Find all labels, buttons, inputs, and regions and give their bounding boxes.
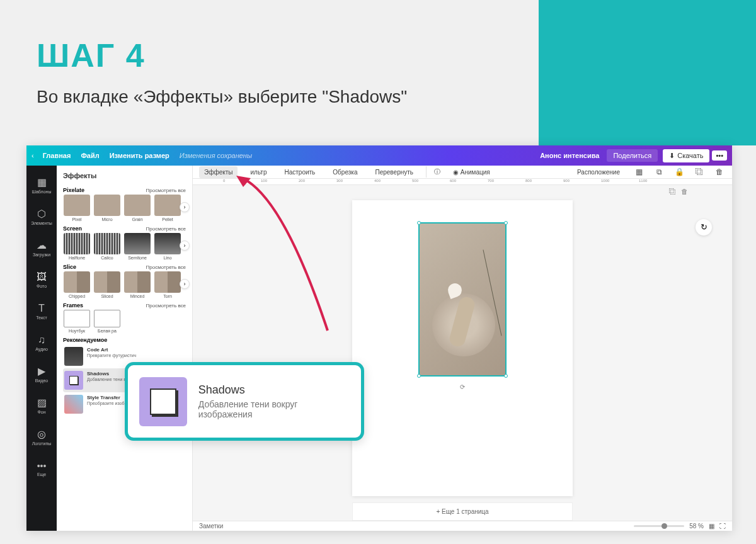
canvas-content[interactable]: ⿻ 🗑 ↻: [193, 185, 732, 521]
nav-audio[interactable]: ♫Аудио: [26, 327, 57, 358]
step-title: ШАГ 4: [37, 37, 146, 74]
notes-button[interactable]: Заметки: [199, 523, 629, 530]
flip-tab[interactable]: Перевернуть: [370, 166, 419, 178]
section-screen: ScreenПросмотреть все Halftone Calico Se…: [63, 224, 186, 260]
transparency-icon[interactable]: ▦: [633, 166, 645, 178]
ruler-horizontal: 010020030040050060070080090010001100: [193, 179, 732, 185]
nav-templates[interactable]: ▦Шаблоны: [26, 169, 57, 201]
nav-video[interactable]: ▶Видео: [26, 358, 57, 390]
zoom-slider[interactable]: [634, 525, 684, 527]
effect-pixel[interactable]: Pixel: [63, 195, 91, 222]
callout-title: Shadows: [198, 383, 350, 397]
nav-photo[interactable]: 🖼Фото: [26, 264, 57, 295]
panel-title: Эффекты: [63, 166, 186, 186]
more-icon: •••: [37, 461, 47, 471]
nav-background[interactable]: ▨Фон: [26, 390, 57, 421]
rotate-handle[interactable]: ⟳: [460, 383, 465, 390]
more-button[interactable]: •••: [712, 150, 727, 161]
step-subtitle: Во вкладке «Эффекты» выберите "Shadows": [37, 87, 407, 107]
templates-icon: ▦: [37, 176, 47, 188]
effect-semitone[interactable]: Semitone: [123, 233, 151, 260]
scroll-right-icon[interactable]: ›: [180, 241, 190, 251]
section-name: Screen: [63, 225, 82, 232]
nav-logos[interactable]: ◎Логотипы: [26, 421, 57, 453]
effect-minced[interactable]: Minced: [123, 271, 151, 298]
nav-text[interactable]: TТекст: [26, 295, 57, 327]
elements-icon: ⬡: [37, 208, 46, 220]
fullscreen-icon[interactable]: ⛶: [719, 523, 726, 530]
share-button[interactable]: Поделиться: [607, 149, 658, 162]
frame-white[interactable]: Белая ра: [93, 310, 121, 333]
adjust-tab[interactable]: Настроить: [279, 166, 320, 178]
audio-icon: ♫: [38, 334, 45, 346]
filter-tab[interactable]: ильтр: [245, 166, 272, 178]
section-slice: SliceПросмотреть все Chipped Sliced Minc…: [63, 263, 186, 298]
frame-laptop[interactable]: Ноутбук: [63, 310, 91, 333]
shadows-callout: Shadows Добавление тени вокруг изображен…: [125, 362, 364, 441]
download-icon: ⬇: [669, 152, 675, 160]
logo-icon: ◎: [37, 428, 46, 440]
view-all-link[interactable]: Просмотреть все: [146, 264, 186, 270]
download-button[interactable]: ⬇ Скачать: [663, 149, 709, 162]
effect-calico[interactable]: Calico: [93, 233, 121, 260]
shadows-icon: [139, 377, 187, 426]
sync-button[interactable]: ↻: [696, 219, 712, 235]
view-all-link[interactable]: Просмотреть все: [146, 188, 186, 193]
cloud-icon: ☁: [37, 239, 47, 251]
view-all-link[interactable]: Просмотреть все: [146, 303, 186, 309]
text-icon: T: [38, 303, 45, 314]
decoration-block: [539, 0, 756, 145]
effect-chipped[interactable]: Chipped: [63, 271, 91, 298]
photo-icon: 🖼: [37, 271, 47, 283]
resize-handle[interactable]: [504, 374, 508, 378]
section-frames: FramesПросмотреть все Ноутбук Белая ра: [63, 301, 186, 333]
file-menu[interactable]: Файл: [81, 152, 99, 159]
nav-uploads[interactable]: ☁Загрузки: [26, 232, 57, 264]
background-icon: ▨: [37, 397, 47, 409]
scroll-right-icon[interactable]: ›: [180, 202, 190, 212]
tools-bar: Эффекты ильтр Настроить Обрезка Переверн…: [193, 166, 732, 179]
delete-page-icon[interactable]: 🗑: [681, 188, 688, 195]
info-icon[interactable]: ⓘ: [434, 167, 440, 176]
effect-halftone[interactable]: Halftone: [63, 233, 91, 260]
effect-micro[interactable]: Micro: [93, 195, 121, 222]
nav-elements[interactable]: ⬡Элементы: [26, 201, 57, 232]
crop-tab[interactable]: Обрезка: [328, 166, 362, 178]
announce-label: Анонс интенсива: [540, 152, 599, 159]
resize-menu[interactable]: Изменить размер: [110, 152, 169, 159]
scroll-right-icon[interactable]: ›: [180, 279, 190, 289]
animate-tab[interactable]: ◉ Анимация: [448, 166, 495, 178]
effects-panel: Эффекты PixelateПросмотреть все Pixel Mi…: [57, 166, 193, 531]
home-link[interactable]: Главная: [43, 152, 71, 159]
selected-image[interactable]: ⟳: [418, 222, 507, 377]
add-page-button[interactable]: + Еще 1 страница: [352, 502, 573, 521]
canvas-page[interactable]: ⟳: [352, 200, 573, 496]
resize-handle[interactable]: [417, 374, 421, 378]
resize-handle[interactable]: [417, 221, 421, 225]
link-icon[interactable]: ⧉: [653, 166, 665, 178]
view-all-link[interactable]: Просмотреть все: [146, 226, 186, 232]
section-name: Pixelate: [63, 187, 84, 193]
trash-icon[interactable]: 🗑: [713, 166, 726, 178]
resize-handle[interactable]: [504, 221, 508, 225]
video-icon: ▶: [38, 365, 45, 377]
app-window: ‹ Главная Файл Изменить размер Изменения…: [26, 145, 732, 531]
effect-torn[interactable]: Torn: [154, 271, 181, 298]
back-icon[interactable]: ‹: [32, 152, 34, 159]
nav-more[interactable]: •••Еще: [26, 453, 57, 484]
effects-tab[interactable]: Эффекты: [199, 166, 238, 178]
effect-sliced[interactable]: Sliced: [93, 271, 121, 298]
effect-pellet[interactable]: Pellet: [154, 195, 181, 222]
duplicate-page-icon[interactable]: ⿻: [669, 188, 676, 195]
copy-icon[interactable]: ⿻: [693, 166, 706, 178]
lock-icon[interactable]: 🔒: [673, 166, 685, 178]
section-name: Рекомендуемое: [63, 337, 107, 343]
effect-lino[interactable]: Lino: [154, 233, 181, 260]
effect-grain[interactable]: Grain: [123, 195, 151, 222]
sidebar-nav: ▦Шаблоны ⬡Элементы ☁Загрузки 🖼Фото TТекс…: [26, 166, 57, 531]
section-name: Frames: [63, 302, 83, 309]
section-pixelate: PixelateПросмотреть все Pixel Micro Grai…: [63, 186, 186, 222]
position-button[interactable]: Расположение: [572, 166, 625, 178]
section-name: Slice: [63, 264, 76, 270]
grid-view-icon[interactable]: ▦: [709, 523, 714, 530]
